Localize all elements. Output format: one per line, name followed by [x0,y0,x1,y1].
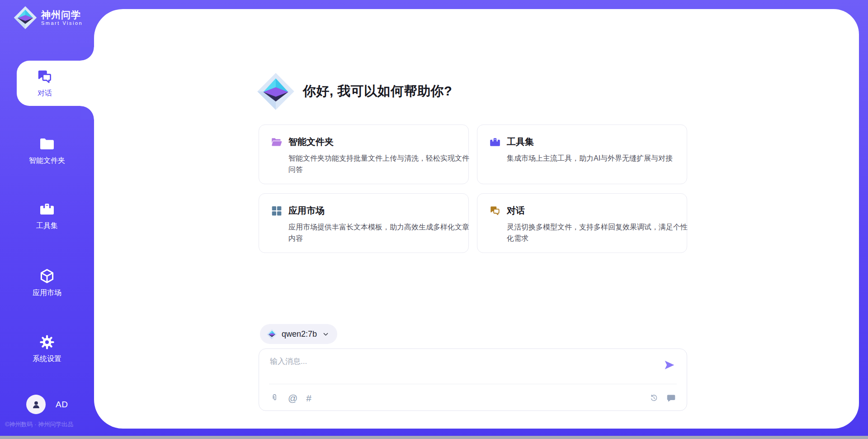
card-title: 工具集 [507,136,534,148]
sidebar-item-toolset[interactable]: 工具集 [0,201,94,231]
brand-text: 神州问学 Smart Vision [41,10,83,26]
card-header: 工具集 [489,136,675,148]
brand-diamond-logo-icon [14,6,37,29]
folder-icon [39,136,55,152]
card-title: 应用市场 [288,205,325,217]
composer-divider [269,384,677,384]
folder-open-icon [271,136,283,148]
composer-right-actions [649,393,676,403]
card-app-market[interactable]: 应用市场 应用市场提供丰富长文本模板，助力高效生成多样化文章内容 [259,193,469,253]
hash-icon[interactable]: # [306,393,311,403]
card-header: 对话 [489,205,675,217]
card-description: 灵活切换多模型文件，支持多样回复效果调试，满足个性化需求 [507,221,689,244]
message-input[interactable] [270,356,654,381]
send-icon[interactable] [663,359,675,371]
chat-icon [489,205,501,217]
chat-icon [36,68,53,86]
greeting-title: 你好, 我可以如何帮助你? [303,82,452,100]
feature-cards: 智能文件夹 智能文件夹功能支持批量文件上传与清洗，轻松实现文件问答 工具集 集成… [259,124,687,253]
card-title: 智能文件夹 [288,136,334,148]
brand: 神州问学 Smart Vision [14,6,83,29]
card-description: 智能文件夹功能支持批量文件上传与清洗，轻松实现文件问答 [288,153,470,175]
sidebar-item-label: 系统设置 [33,354,61,364]
sidebar-item-chat[interactable]: 对话 [17,61,94,106]
model-selector[interactable]: qwen2:7b [260,324,337,344]
page-bottom-edge [0,436,868,439]
avatar [26,395,46,414]
sidebar-item-label: 工具集 [36,221,58,231]
composer-left-actions: @ # [270,393,311,403]
card-chat[interactable]: 对话 灵活切换多模型文件，支持多样回复效果调试，满足个性化需求 [477,193,687,253]
sidebar-item-label: 智能文件夹 [29,156,65,166]
message-composer: @ # [259,348,687,411]
attachment-icon[interactable] [270,393,279,403]
diamond-logo-icon [257,72,295,110]
card-description: 集成市场上主流工具，助力AI与外界无缝扩展与对接 [507,153,689,164]
card-description: 应用市场提供丰富长文本模板，助力高效生成多样化文章内容 [288,221,470,244]
sidebar-item-label: 对话 [38,89,52,98]
sidebar-item-chat-content: 对话 [17,61,73,106]
user-account[interactable]: AD [26,395,68,414]
card-header: 应用市场 [271,205,457,217]
toolbox-icon [39,201,55,217]
brand-name: 神州问学 [41,10,83,20]
card-smart-folder[interactable]: 智能文件夹 智能文件夹功能支持批量文件上传与清洗，轻松实现文件问答 [259,124,469,184]
card-toolset[interactable]: 工具集 集成市场上主流工具，助力AI与外界无缝扩展与对接 [477,124,687,184]
composer-toolbar: @ # [270,390,676,406]
gear-icon [39,334,55,350]
toolbox-icon [489,136,501,148]
chat-bubble-icon[interactable] [666,393,676,403]
sidebar-item-app-market[interactable]: 应用市场 [0,268,94,298]
chevron-down-icon [322,331,329,338]
model-name: qwen2:7b [282,329,317,339]
cube-icon [39,268,55,284]
diamond-logo-icon [267,329,277,339]
card-title: 对话 [507,205,525,217]
sidebar-footer-text: ©神州数码 · 神州问学出品 [5,420,91,429]
user-name: AD [56,400,68,410]
history-icon[interactable] [649,393,659,403]
sidebar-item-label: 应用市场 [33,288,61,298]
brand-subtitle: Smart Vision [41,20,83,26]
sidebar-item-smart-folder[interactable]: 智能文件夹 [0,136,94,166]
sidebar: 神州问学 Smart Vision 对话 智能文件夹 [0,0,94,429]
grid-icon [271,205,283,217]
mention-icon[interactable]: @ [288,393,297,403]
person-icon [31,399,42,410]
main-panel: 你好, 我可以如何帮助你? 智能文件夹 智能文件夹功能支持批量文件上传与清洗，轻… [94,9,859,429]
card-header: 智能文件夹 [271,136,457,148]
app-window: 神州问学 Smart Vision 对话 智能文件夹 [0,0,868,439]
sidebar-item-settings[interactable]: 系统设置 [0,334,94,364]
greeting: 你好, 我可以如何帮助你? [257,72,452,110]
